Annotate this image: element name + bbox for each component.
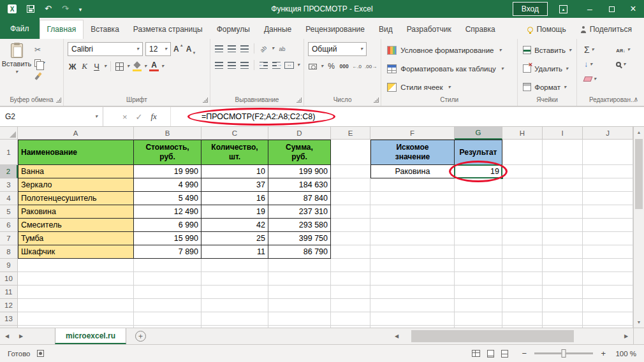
excel-app-icon[interactable] [8, 4, 17, 13]
horizontal-scrollbar[interactable] [390, 328, 633, 344]
align-right-button[interactable] [240, 59, 249, 71]
undo-icon[interactable] [45, 4, 52, 13]
cell-A13[interactable] [18, 312, 134, 326]
cell-F3[interactable] [370, 178, 455, 192]
align-left-button[interactable] [214, 59, 224, 71]
paste-button[interactable]: Вставить [2, 41, 31, 96]
cell-D10[interactable] [268, 272, 331, 286]
cell-E12[interactable] [331, 299, 370, 312]
maximize-button[interactable] [601, 0, 622, 18]
align-top-button[interactable] [214, 42, 224, 55]
cell-J7[interactable] [583, 232, 633, 245]
zoom-slider-thumb[interactable] [562, 349, 566, 358]
delete-cells-button[interactable]: Удалить [520, 61, 574, 76]
cell-J9[interactable] [583, 259, 633, 272]
clear-button[interactable] [584, 73, 608, 85]
cell-A11[interactable] [18, 286, 134, 299]
cell-G9[interactable] [455, 259, 502, 272]
cell-styles-button[interactable]: Стили ячеек [385, 80, 514, 94]
cell-B1[interactable]: Стоимость, руб. [134, 140, 201, 165]
cell-C7[interactable]: 25 [201, 232, 268, 245]
column-header-E[interactable]: E [331, 127, 370, 140]
cell-A12[interactable] [18, 299, 134, 312]
tab-tell-me[interactable]: Помощь [520, 20, 573, 39]
cell-D3[interactable]: 184 630 [268, 178, 331, 192]
zoom-in-button[interactable] [599, 349, 608, 358]
orientation-button[interactable] [259, 42, 268, 55]
tab-file[interactable]: Файл [0, 18, 40, 39]
insert-function-icon[interactable]: fx [151, 112, 157, 122]
cell-H10[interactable] [502, 272, 543, 286]
cell-J5[interactable] [583, 205, 633, 219]
accounting-format-button[interactable] [308, 60, 318, 73]
cell-H3[interactable] [502, 178, 543, 192]
add-sheet-button[interactable] [135, 331, 146, 342]
cell-B3[interactable]: 4 990 [134, 178, 201, 192]
cell-C6[interactable]: 42 [201, 219, 268, 232]
cell-E1[interactable] [331, 140, 370, 165]
horizontal-scroll-track[interactable] [404, 328, 619, 344]
cell-C3[interactable]: 37 [201, 178, 268, 192]
macro-record-icon[interactable] [37, 350, 44, 357]
italic-button[interactable]: К [80, 60, 89, 73]
cell-B8[interactable]: 7 890 [134, 245, 201, 259]
cell-E2[interactable] [331, 165, 370, 178]
column-header-H[interactable]: H [502, 127, 543, 140]
cell-I8[interactable] [543, 245, 583, 259]
align-bottom-button[interactable] [240, 42, 249, 55]
column-header-D[interactable]: D [268, 127, 331, 140]
cell-F8[interactable] [370, 245, 455, 259]
fill-handle[interactable] [500, 176, 504, 180]
cell-A7[interactable]: Тумба [18, 232, 134, 245]
cell-D4[interactable]: 87 840 [268, 192, 331, 205]
cell-B10[interactable] [134, 272, 201, 286]
cell-B2[interactable]: 19 990 [134, 165, 201, 178]
format-as-table-button[interactable]: Форматировать как таблицу [385, 61, 514, 76]
align-center-button[interactable] [227, 59, 237, 71]
cell-E9[interactable] [331, 259, 370, 272]
close-button[interactable] [622, 0, 644, 18]
sheet-nav-left-icon[interactable] [0, 328, 14, 344]
cell-H9[interactable] [502, 259, 543, 272]
column-header-I[interactable]: I [543, 127, 583, 140]
cell-A5[interactable]: Раковина [18, 205, 134, 219]
vertical-scroll-thumb[interactable] [635, 139, 643, 209]
vertical-scroll-track[interactable] [634, 138, 644, 317]
cell-H13[interactable] [502, 312, 543, 326]
font-name-select[interactable]: Calibri [68, 42, 143, 56]
cell-B12[interactable] [134, 299, 201, 312]
decrease-font-size-button[interactable] [186, 43, 196, 55]
column-header-B[interactable]: B [134, 127, 201, 140]
zoom-slider[interactable] [534, 352, 593, 354]
cell-B9[interactable] [134, 259, 201, 272]
tab-view[interactable]: Вид [372, 20, 400, 39]
cell-E4[interactable] [331, 192, 370, 205]
row-header-7[interactable]: 7 [0, 232, 18, 245]
row-header-13[interactable]: 13 [0, 312, 18, 326]
cell-J1[interactable] [583, 140, 633, 165]
number-format-select[interactable]: Общий [308, 42, 367, 56]
cell-F1[interactable]: Искомое значение [370, 140, 455, 165]
cell-I13[interactable] [543, 312, 583, 326]
cell-I11[interactable] [543, 286, 583, 299]
page-break-view-icon[interactable] [501, 350, 508, 358]
cell-J11[interactable] [583, 286, 633, 299]
page-layout-view-icon[interactable] [487, 350, 494, 358]
cell-F12[interactable] [370, 299, 455, 312]
format-painter-button[interactable] [34, 71, 45, 82]
cell-E5[interactable] [331, 205, 370, 219]
cell-F13[interactable] [370, 312, 455, 326]
cell-D2[interactable]: 199 900 [268, 165, 331, 178]
cell-G6[interactable] [455, 219, 502, 232]
cell-B6[interactable]: 6 990 [134, 219, 201, 232]
number-dialog-launcher[interactable] [374, 98, 379, 103]
font-dialog-launcher[interactable] [203, 98, 208, 103]
cell-I1[interactable] [543, 140, 583, 165]
cell-J13[interactable] [583, 312, 633, 326]
collapse-ribbon-icon[interactable] [634, 96, 638, 103]
cell-H12[interactable] [502, 299, 543, 312]
share-button[interactable]: Поделиться [573, 20, 639, 39]
cancel-icon[interactable]: × [122, 112, 128, 122]
cell-A8[interactable]: Шкафчик [18, 245, 134, 259]
row-header-2[interactable]: 2 [0, 165, 18, 178]
